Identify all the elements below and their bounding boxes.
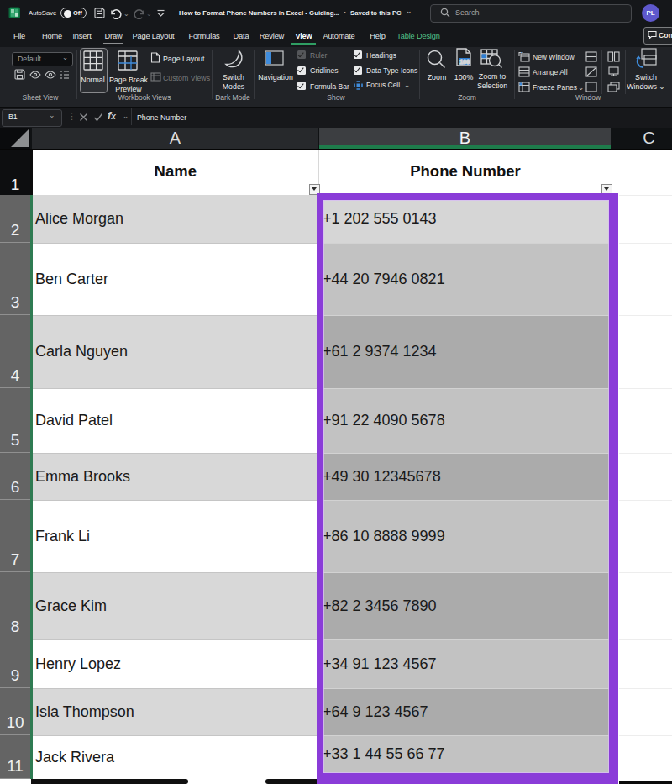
svg-text:100: 100 (459, 59, 470, 65)
